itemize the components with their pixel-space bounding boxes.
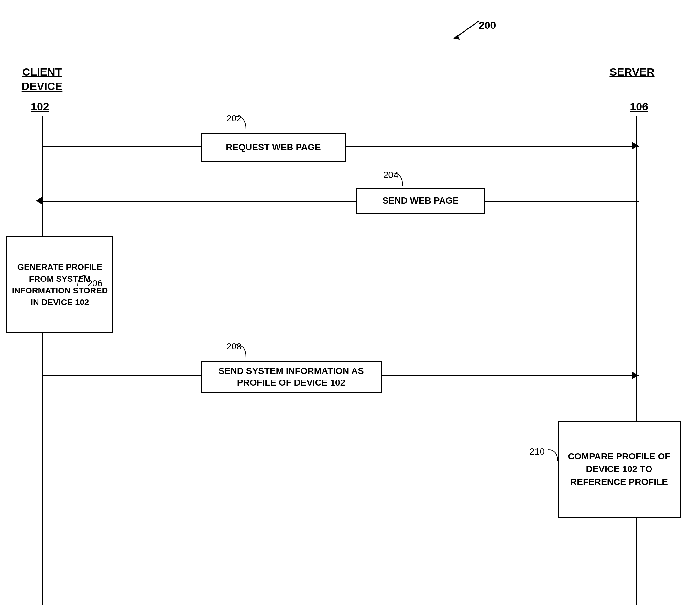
arrow1-line-right [346, 146, 639, 146]
ref-206-curve [71, 272, 97, 291]
generate-to-arrow3-hline [42, 333, 43, 375]
ref-210-label: 210 [530, 446, 545, 457]
arrow1-head [632, 142, 638, 149]
client-device-label: CLIENT DEVICE [13, 65, 71, 93]
ref-208-curve [227, 341, 252, 364]
arrow3-head [632, 371, 638, 379]
ref-204-curve [383, 170, 409, 191]
diagram-container: 200 CLIENT DEVICE 102 SERVER 106 REQUEST… [0, 0, 700, 606]
box-send-web-page: SEND WEB PAGE [356, 188, 485, 213]
arrow1-line-left [42, 146, 201, 146]
arrow3-line-left [42, 375, 201, 376]
ref-202-curve [227, 113, 252, 136]
box-compare-profile: COMPARE PROFILE OF DEVICE 102 TO REFEREN… [558, 421, 681, 518]
box-request-web-page: REQUEST WEB PAGE [201, 133, 346, 162]
server-to-compare-vline [636, 375, 637, 422]
arrow2-line-left [42, 201, 356, 202]
arrow2-head [36, 197, 42, 205]
client-to-generate-vline [42, 201, 43, 237]
client-device-ref: 102 [31, 100, 49, 113]
arrow3-line-right [382, 375, 639, 376]
server-ref: 106 [630, 100, 648, 113]
arrow2-line-right [485, 201, 639, 202]
server-continue-vline [636, 518, 637, 605]
box-send-system-info: SEND SYSTEM INFORMATION AS PROFILE OF DE… [201, 361, 382, 393]
ref-210-curve [545, 446, 570, 466]
ref-200-arrow [446, 18, 485, 44]
svg-line-0 [456, 21, 479, 37]
server-label: SERVER [603, 65, 661, 79]
